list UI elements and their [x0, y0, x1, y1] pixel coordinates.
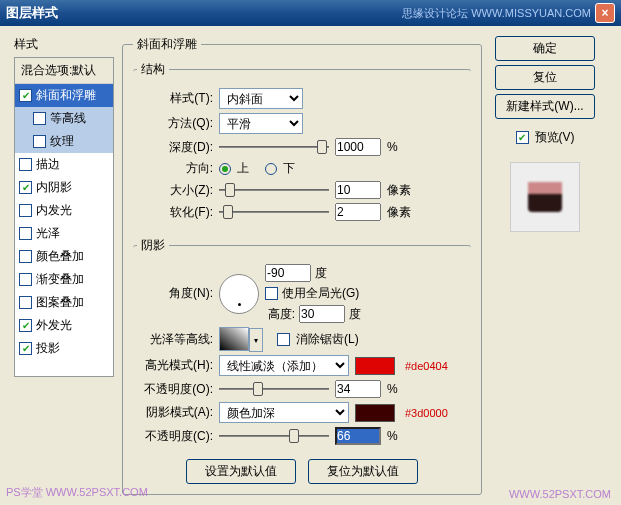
style-checkbox[interactable] — [19, 158, 32, 171]
style-checkbox[interactable] — [19, 181, 32, 194]
down-label: 下 — [283, 160, 295, 177]
titlebar: 图层样式 思缘设计论坛 WWW.MISSYUAN.COM × — [0, 0, 621, 26]
shading-group: 阴影 角度(N): 度 使用全局光(G) 高 — [133, 237, 471, 453]
structure-legend: 结构 — [137, 61, 169, 78]
window-title: 图层样式 — [6, 4, 402, 22]
styles-row-6[interactable]: 光泽 — [15, 222, 113, 245]
shadow-mode-select[interactable]: 颜色加深 — [219, 402, 349, 423]
chevron-down-icon[interactable]: ▾ — [249, 328, 263, 352]
style-checkbox[interactable] — [19, 319, 32, 332]
new-style-button[interactable]: 新建样式(W)... — [495, 94, 595, 119]
style-item-label: 内发光 — [36, 202, 72, 219]
style-item-label: 投影 — [36, 340, 60, 357]
styles-row-1[interactable]: 等高线 — [15, 107, 113, 130]
technique-label: 方法(Q): — [137, 115, 213, 132]
depth-slider[interactable] — [219, 139, 329, 155]
blend-options-header[interactable]: 混合选项:默认 — [15, 58, 113, 84]
antialias-checkbox[interactable] — [277, 333, 290, 346]
structure-group: 结构 样式(T): 内斜面 方法(Q): 平滑 深度(D): % 方向: — [133, 61, 471, 233]
ok-button[interactable]: 确定 — [495, 36, 595, 61]
deg-unit: 度 — [315, 265, 327, 282]
styles-row-2[interactable]: 纹理 — [15, 130, 113, 153]
shadow-opacity-slider[interactable] — [219, 428, 329, 444]
style-checkbox[interactable] — [19, 204, 32, 217]
style-item-label: 图案叠加 — [36, 294, 84, 311]
pct-unit2: % — [387, 382, 398, 396]
highlight-opacity-slider[interactable] — [219, 381, 329, 397]
deg-unit2: 度 — [349, 306, 361, 323]
styles-row-5[interactable]: 内发光 — [15, 199, 113, 222]
size-slider[interactable] — [219, 182, 329, 198]
close-icon[interactable]: × — [595, 3, 615, 23]
size-input[interactable] — [335, 181, 381, 199]
styles-row-11[interactable]: 投影 — [15, 337, 113, 360]
pct-unit3: % — [387, 429, 398, 443]
styles-list: 混合选项:默认 斜面和浮雕等高线纹理描边内阴影内发光光泽颜色叠加渐变叠加图案叠加… — [14, 57, 114, 377]
altitude-label: 高度: — [265, 306, 295, 323]
altitude-input[interactable] — [299, 305, 345, 323]
style-label: 样式(T): — [137, 90, 213, 107]
px-unit: 像素 — [387, 182, 411, 199]
styles-row-7[interactable]: 颜色叠加 — [15, 245, 113, 268]
pct-unit: % — [387, 140, 398, 154]
watermark-right: WWW.52PSXT.COM — [509, 488, 611, 500]
style-item-label: 等高线 — [50, 110, 86, 127]
style-item-label: 光泽 — [36, 225, 60, 242]
highlight-mode-label: 高光模式(H): — [137, 357, 213, 374]
highlight-opacity-input[interactable] — [335, 380, 381, 398]
gloss-contour-picker[interactable]: ▾ — [219, 327, 249, 351]
technique-select[interactable]: 平滑 — [219, 113, 303, 134]
highlight-color-swatch[interactable] — [355, 357, 395, 375]
style-checkbox[interactable] — [19, 273, 32, 286]
style-item-label: 内阴影 — [36, 179, 72, 196]
style-checkbox[interactable] — [19, 89, 32, 102]
px-unit2: 像素 — [387, 204, 411, 221]
depth-input[interactable] — [335, 138, 381, 156]
style-checkbox[interactable] — [19, 296, 32, 309]
highlight-hex: #de0404 — [405, 360, 448, 372]
direction-down-radio[interactable] — [265, 163, 277, 175]
style-checkbox[interactable] — [19, 227, 32, 240]
up-label: 上 — [237, 160, 249, 177]
shadow-opacity-label: 不透明度(C): — [137, 428, 213, 445]
shadow-mode-label: 阴影模式(A): — [137, 404, 213, 421]
preview-checkbox[interactable] — [516, 131, 529, 144]
shadow-opacity-input[interactable] — [335, 427, 381, 445]
bevel-group: 斜面和浮雕 结构 样式(T): 内斜面 方法(Q): 平滑 深度(D): % — [122, 36, 482, 495]
reset-button[interactable]: 复位 — [495, 65, 595, 90]
shadow-color-swatch[interactable] — [355, 404, 395, 422]
style-checkbox[interactable] — [19, 250, 32, 263]
style-select[interactable]: 内斜面 — [219, 88, 303, 109]
global-light-checkbox[interactable] — [265, 287, 278, 300]
highlight-mode-select[interactable]: 线性减淡（添加） — [219, 355, 349, 376]
bevel-legend: 斜面和浮雕 — [133, 36, 201, 53]
style-item-label: 斜面和浮雕 — [36, 87, 96, 104]
soften-input[interactable] — [335, 203, 381, 221]
styles-row-0[interactable]: 斜面和浮雕 — [15, 84, 113, 107]
antialias-label: 消除锯齿(L) — [296, 331, 359, 348]
angle-label: 角度(N): — [137, 285, 213, 302]
direction-up-radio[interactable] — [219, 163, 231, 175]
style-item-label: 颜色叠加 — [36, 248, 84, 265]
style-item-label: 外发光 — [36, 317, 72, 334]
soften-label: 软化(F): — [137, 204, 213, 221]
style-checkbox[interactable] — [33, 112, 46, 125]
angle-dial[interactable] — [219, 274, 259, 314]
make-default-button[interactable]: 设置为默认值 — [186, 459, 296, 484]
styles-row-10[interactable]: 外发光 — [15, 314, 113, 337]
styles-row-8[interactable]: 渐变叠加 — [15, 268, 113, 291]
reset-default-button[interactable]: 复位为默认值 — [308, 459, 418, 484]
depth-label: 深度(D): — [137, 139, 213, 156]
style-item-label: 纹理 — [50, 133, 74, 150]
styles-row-9[interactable]: 图案叠加 — [15, 291, 113, 314]
angle-input[interactable] — [265, 264, 311, 282]
soften-slider[interactable] — [219, 204, 329, 220]
style-item-label: 渐变叠加 — [36, 271, 84, 288]
style-checkbox[interactable] — [33, 135, 46, 148]
direction-label: 方向: — [137, 160, 213, 177]
styles-row-3[interactable]: 描边 — [15, 153, 113, 176]
styles-row-4[interactable]: 内阴影 — [15, 176, 113, 199]
style-checkbox[interactable] — [19, 342, 32, 355]
style-item-label: 描边 — [36, 156, 60, 173]
shading-legend: 阴影 — [137, 237, 169, 254]
